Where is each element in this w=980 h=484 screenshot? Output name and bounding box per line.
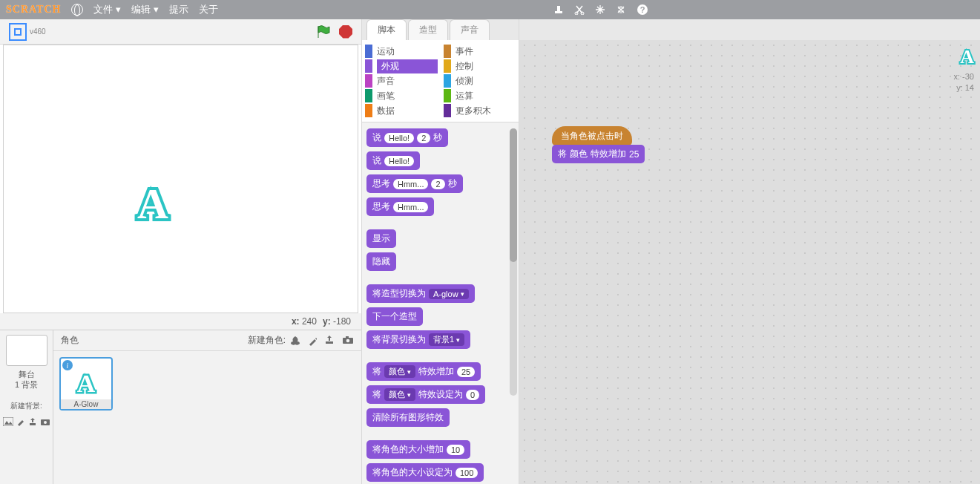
- svg-point-8: [44, 421, 47, 424]
- block-think[interactable]: 思考Hmm...: [366, 197, 434, 216]
- block-show[interactable]: 显示: [366, 229, 396, 248]
- new-sprite-label: 新建角色:: [248, 334, 286, 347]
- new-backdrop-label: 新建背景:: [10, 401, 42, 411]
- language-icon[interactable]: [71, 4, 83, 16]
- sprite-title: 角色: [61, 334, 79, 347]
- scratch-logo: SCRATCH: [6, 4, 61, 16]
- readout-sprite-icon: A: [960, 46, 974, 68]
- tab-costumes[interactable]: 造型: [408, 19, 448, 40]
- script-change-effect[interactable]: 将颜色特效增加25: [552, 145, 645, 163]
- svg-point-10: [346, 339, 350, 342]
- block-say[interactable]: 说Hello!: [366, 151, 420, 170]
- stage-coords: x: 240 y: -180: [0, 313, 361, 330]
- sprite-on-stage[interactable]: A: [137, 179, 168, 229]
- paint-backdrop-icon[interactable]: [16, 417, 25, 426]
- cut-icon[interactable]: [574, 4, 585, 15]
- choose-backdrop-icon[interactable]: [3, 417, 13, 426]
- stage-canvas[interactable]: A: [3, 45, 358, 313]
- menu-bar: SCRATCH 文件 ▾ 编辑 ▾ 提示 关于 ?: [0, 0, 980, 19]
- block-categories: 运动 事件 外观 控制 声音 侦测 画笔 运算 数据 更多积木: [362, 40, 519, 122]
- svg-rect-0: [555, 11, 562, 13]
- upload-backdrop-icon[interactable]: [28, 417, 37, 426]
- block-switch-costume[interactable]: 将造型切换为A-glow: [366, 284, 475, 303]
- grow-icon[interactable]: [595, 4, 605, 15]
- block-say-for-secs[interactable]: 说Hello!2秒: [366, 128, 448, 147]
- svg-rect-1: [557, 6, 560, 11]
- hat-when-sprite-clicked[interactable]: 当角色被点击时: [552, 126, 632, 145]
- stage-label: 舞台 1 背景: [15, 369, 38, 390]
- stop-icon[interactable]: [339, 25, 352, 39]
- block-change-size[interactable]: 将角色的大小增加10: [366, 440, 470, 459]
- paint-sprite-icon[interactable]: [308, 336, 317, 346]
- cat-control[interactable]: 控制: [444, 59, 516, 73]
- palette-column: 脚本 造型 声音 运动 事件 外观 控制 声音 侦测 画笔 运算 数据 更多积木…: [362, 19, 519, 484]
- help-icon[interactable]: ?: [637, 4, 648, 16]
- cat-sound[interactable]: 声音: [365, 74, 438, 88]
- stage-header: v460: [0, 19, 361, 45]
- block-change-effect[interactable]: 将颜色特效增加25: [366, 362, 481, 381]
- block-next-costume[interactable]: 下一个造型: [366, 307, 423, 326]
- stage-column: v460 A x: 240 y: -180 舞台 1 背景 新建背景:: [0, 19, 362, 484]
- menu-file[interactable]: 文件 ▾: [93, 3, 121, 16]
- cat-more[interactable]: 更多积木: [444, 104, 516, 117]
- cat-data[interactable]: 数据: [365, 104, 438, 117]
- block-set-size[interactable]: 将角色的大小设定为100: [366, 463, 484, 482]
- block-set-effect[interactable]: 将颜色特效设定为0: [366, 385, 485, 404]
- tab-scripts[interactable]: 脚本: [366, 19, 407, 40]
- fullscreen-button[interactable]: [9, 23, 27, 41]
- sprite-thumb-glyph: A: [77, 370, 96, 398]
- stage-thumb-panel: 舞台 1 背景 新建背景:: [0, 330, 53, 484]
- sprite-readout: A x: -30 y: 14: [953, 46, 974, 94]
- svg-rect-11: [346, 336, 349, 339]
- sprite-list: i A A-Glow: [53, 351, 361, 484]
- sprite-name: A-Glow: [61, 399, 111, 409]
- cat-sensing[interactable]: 侦测: [444, 74, 516, 88]
- stamp-icon[interactable]: [553, 4, 564, 15]
- cat-motion[interactable]: 运动: [365, 45, 438, 58]
- cat-looks[interactable]: 外观: [365, 59, 438, 73]
- cat-events[interactable]: 事件: [444, 45, 516, 58]
- cat-operators[interactable]: 运算: [444, 89, 516, 102]
- shrink-icon[interactable]: [616, 4, 626, 15]
- block-hide[interactable]: 隐藏: [366, 252, 396, 271]
- block-think-for-secs[interactable]: 思考Hmm...2秒: [366, 174, 463, 193]
- sprite-info-icon[interactable]: i: [62, 360, 73, 370]
- camera-sprite-icon[interactable]: [342, 336, 354, 344]
- palette-scrollbar[interactable]: [510, 128, 517, 396]
- script-area-column: A x: -30 y: 14 当角色被点击时 将颜色特效增加25: [519, 19, 980, 484]
- sprite-card[interactable]: i A A-Glow: [59, 357, 113, 411]
- green-flag-icon[interactable]: [315, 24, 332, 40]
- block-palette: 说Hello!2秒 说Hello! 思考Hmm...2秒 思考Hmm... 显示…: [362, 122, 519, 484]
- upload-sprite-icon[interactable]: [324, 336, 335, 344]
- svg-text:?: ?: [640, 5, 645, 14]
- menu-about[interactable]: 关于: [199, 3, 218, 16]
- cat-pen[interactable]: 画笔: [365, 89, 438, 102]
- block-clear-effects[interactable]: 清除所有图形特效: [366, 408, 450, 427]
- camera-backdrop-icon[interactable]: [40, 417, 50, 426]
- version-label: v460: [30, 27, 46, 36]
- script-workspace[interactable]: A x: -30 y: 14 当角色被点击时 将颜色特效增加25: [519, 40, 980, 484]
- choose-sprite-icon[interactable]: [290, 336, 300, 346]
- menu-edit[interactable]: 编辑 ▾: [131, 3, 159, 16]
- script-stack[interactable]: 当角色被点击时 将颜色特效增加25: [552, 126, 645, 163]
- tab-sounds[interactable]: 声音: [450, 19, 490, 40]
- menu-tips[interactable]: 提示: [169, 3, 188, 16]
- sprite-bar: 角色 新建角色:: [53, 330, 361, 351]
- block-switch-backdrop[interactable]: 将背景切换为背景1: [366, 330, 470, 349]
- stage-thumbnail[interactable]: [6, 335, 47, 366]
- svg-rect-6: [3, 417, 13, 426]
- tabs: 脚本 造型 声音: [362, 19, 519, 40]
